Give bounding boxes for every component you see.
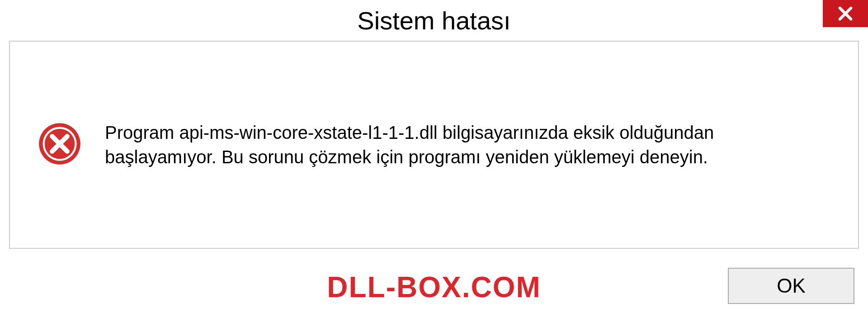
error-message: Program api-ms-win-core-xstate-l1-1-1.dl… — [105, 120, 783, 169]
watermark-text: DLL-BOX.COM — [327, 270, 541, 304]
ok-button-label: OK — [777, 275, 806, 297]
titlebar: Sistem hatası — [0, 0, 868, 41]
close-icon — [836, 4, 855, 23]
close-button[interactable] — [823, 0, 868, 27]
dialog-title: Sistem hatası — [357, 6, 510, 35]
dialog-content: Program api-ms-win-core-xstate-l1-1-1.dl… — [9, 41, 859, 249]
error-icon — [37, 121, 82, 168]
dialog-footer: DLL-BOX.COM OK — [14, 268, 854, 304]
ok-button[interactable]: OK — [728, 268, 854, 304]
